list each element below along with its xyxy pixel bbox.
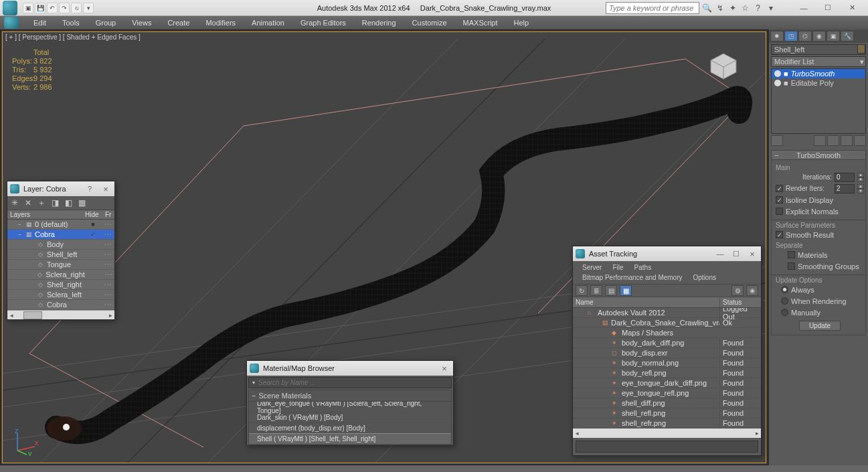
tab-create-icon[interactable]: ✸ xyxy=(770,31,784,42)
asset-menu-bitmap-performance-and-memory[interactable]: Bitmap Performance and Memory xyxy=(577,272,688,283)
asset-menu-server[interactable]: Server xyxy=(577,262,607,272)
modifier-list-dropdown[interactable]: Modifier List xyxy=(771,56,866,67)
asset-row[interactable]: ✶body_normal.pngFound xyxy=(573,358,761,368)
material-item[interactable]: Shell ( VRayMtl ) [Shell_left, Shell_rig… xyxy=(249,434,451,445)
asset-help-icon[interactable]: ❀ xyxy=(746,285,758,296)
help-search-input[interactable] xyxy=(606,2,699,14)
qat-undo-icon[interactable]: ↶ xyxy=(47,3,58,13)
layer-col-fr[interactable]: Fr xyxy=(102,210,114,219)
layer-row[interactable]: ◇Tongue⋯ xyxy=(7,260,114,270)
when-rendering-radio[interactable] xyxy=(781,297,788,305)
asset-close-icon[interactable]: × xyxy=(746,249,758,259)
menu-edit[interactable]: Edit xyxy=(25,16,54,29)
maximize-button[interactable]: ☐ xyxy=(816,1,840,15)
tab-motion-icon[interactable]: ◉ xyxy=(812,31,826,42)
asset-row[interactable]: ✶shell_refl.pngFound xyxy=(573,408,761,418)
layer-row[interactable]: ◇Body⋯ xyxy=(7,240,114,250)
star-icon[interactable]: ☆ xyxy=(740,3,750,13)
modifier-editable-poly[interactable]: ■Editable Poly xyxy=(772,78,865,88)
iterations-spinner[interactable]: 0 xyxy=(835,173,855,182)
object-name-field[interactable]: Shell_left xyxy=(771,44,866,55)
asset-hscrollbar[interactable]: ◂▸ xyxy=(573,428,761,438)
material-item[interactable]: displacement (body_disp.exr) [Body] xyxy=(249,423,451,434)
menu-animation[interactable]: Animation xyxy=(244,16,292,29)
help-drop-icon[interactable]: ▾ xyxy=(766,3,776,13)
smoothing-groups-checkbox[interactable] xyxy=(788,262,795,270)
asset-min-icon[interactable]: — xyxy=(714,250,726,258)
asset-row[interactable]: ⌂Autodesk Vault 2012Logged Out xyxy=(573,308,761,318)
asset-row[interactable]: ▤Dark_Cobra_Snake_Crawling_vray.maxOk xyxy=(573,318,761,328)
asset-menu-options[interactable]: Options xyxy=(688,272,721,283)
asset-menu-paths[interactable]: Paths xyxy=(629,262,657,272)
asset-row[interactable]: ✶eye_tongue_refl.pngFound xyxy=(573,388,761,398)
mat-close-icon[interactable]: × xyxy=(438,364,450,374)
manually-radio[interactable] xyxy=(781,309,788,316)
add-to-layer-icon[interactable]: ＋ xyxy=(37,198,46,208)
asset-list-icon[interactable]: ▤ xyxy=(605,285,617,296)
asset-col-name[interactable]: Name xyxy=(573,297,719,307)
materials-checkbox[interactable] xyxy=(788,251,795,258)
layer-col-hide[interactable]: Hide xyxy=(82,210,102,219)
configure-sets-icon[interactable] xyxy=(854,135,866,146)
layer-col-layers[interactable]: Layers xyxy=(7,210,82,219)
layer-help-icon[interactable]: ? xyxy=(84,185,96,193)
layer-row[interactable]: −▦Cobra✓⋯ xyxy=(7,230,114,240)
app-icon[interactable] xyxy=(3,1,17,15)
asset-tree-icon[interactable]: ≣ xyxy=(590,285,602,296)
menu-modifiers[interactable]: Modifiers xyxy=(197,16,244,29)
menu-views[interactable]: Views xyxy=(124,16,159,29)
close-button[interactable]: ✕ xyxy=(840,1,864,15)
mat-group-scene[interactable]: −Scene Materials xyxy=(248,390,452,402)
material-item[interactable]: Dark_eye_tongue ( VRayMtl ) [Sclera_left… xyxy=(249,402,451,412)
search-icon[interactable]: 🔍 xyxy=(702,3,712,13)
asset-table-icon[interactable]: ▦ xyxy=(620,285,632,296)
mat-titlebar[interactable]: Material/Map Browser × xyxy=(247,361,453,376)
asset-row[interactable]: ◆Maps / Shaders xyxy=(573,328,761,338)
render-iters-checkbox[interactable]: ✓ xyxy=(776,185,783,192)
menu-help[interactable]: Help xyxy=(506,16,537,29)
application-menu-icon[interactable] xyxy=(4,17,19,29)
layer-panel-titlebar[interactable]: Layer: Cobra ? × xyxy=(7,181,114,196)
modifier-turbosmooth[interactable]: ■TurboSmooth xyxy=(772,69,865,78)
smooth-result-checkbox[interactable]: ✓ xyxy=(776,231,783,238)
asset-row[interactable]: ✶body_refl.pngFound xyxy=(573,368,761,378)
pin-stack-icon[interactable] xyxy=(771,135,783,146)
asset-menu-file[interactable]: File xyxy=(607,262,628,272)
layer-row[interactable]: ◇Shell_right⋯ xyxy=(7,280,114,290)
new-layer-icon[interactable]: ✳ xyxy=(10,198,19,208)
asset-col-status[interactable]: Status xyxy=(719,297,761,307)
asset-titlebar[interactable]: Asset Tracking — ☐ × xyxy=(573,246,761,261)
menu-create[interactable]: Create xyxy=(159,16,197,29)
asset-row[interactable]: ✶body_dark_diff.pngFound xyxy=(573,338,761,348)
object-color-swatch[interactable] xyxy=(857,44,865,54)
tab-display-icon[interactable]: ▣ xyxy=(827,31,840,42)
show-end-result-icon[interactable] xyxy=(814,135,826,146)
asset-row[interactable]: ◻body_disp.exrFound xyxy=(573,348,761,358)
menu-rendering[interactable]: Rendering xyxy=(354,16,404,29)
tab-utilities-icon[interactable]: 🔧 xyxy=(841,31,854,42)
asset-refresh-icon[interactable]: ↻ xyxy=(576,285,588,296)
make-unique-icon[interactable] xyxy=(827,135,839,146)
menu-tools[interactable]: Tools xyxy=(54,16,88,29)
asset-options-icon[interactable]: ⚙ xyxy=(731,285,744,296)
select-highlight-icon[interactable]: ◨ xyxy=(50,198,60,208)
render-iters-spinner[interactable]: 2 xyxy=(835,184,855,193)
layer-row[interactable]: ◇Sclera_right⋯ xyxy=(7,270,114,280)
qat-more-icon[interactable]: ▾ xyxy=(83,3,94,13)
highlight-select-icon[interactable]: ◧ xyxy=(64,198,73,208)
asset-row[interactable]: ✶shell_refr.pngFound xyxy=(573,418,761,428)
modifier-stack[interactable]: ■TurboSmooth■Editable Poly xyxy=(771,68,866,134)
iterations-spinner-arrows[interactable]: ▲▼ xyxy=(857,173,864,182)
menu-customize[interactable]: Customize xyxy=(404,16,455,29)
tab-modify-icon[interactable]: ◳ xyxy=(784,31,798,42)
help-icon[interactable]: ? xyxy=(753,3,763,13)
viewcube[interactable] xyxy=(708,52,739,80)
hide-unhide-icon[interactable]: ▦ xyxy=(77,198,86,208)
layer-row[interactable]: ◇Shell_left⋯ xyxy=(7,250,114,260)
rollout-turbosmooth[interactable]: −TurboSmooth xyxy=(771,150,866,160)
layer-close-icon[interactable]: × xyxy=(100,184,112,194)
qat-save-icon[interactable]: 💾 xyxy=(35,3,46,13)
qat-link-icon[interactable]: ⎋ xyxy=(71,3,82,13)
delete-layer-icon[interactable]: ✕ xyxy=(23,198,33,208)
asset-path-field[interactable] xyxy=(576,441,758,453)
